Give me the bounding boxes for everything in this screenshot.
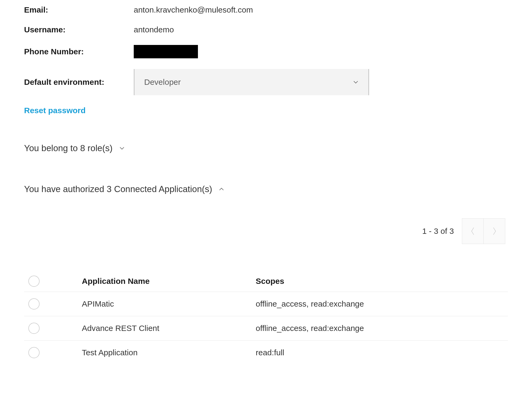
email-row: Email: anton.kravchenko@mulesoft.com [24,5,508,14]
phone-redacted [134,45,198,58]
username-row: Username: antondemo [24,25,508,34]
apps-toggle[interactable]: You have authorized 3 Connected Applicat… [24,184,508,194]
chevron-up-icon [219,186,224,192]
email-label: Email: [24,5,134,14]
row-radio-cell [24,298,82,310]
roles-toggle-text: You belong to 8 role(s) [24,143,113,153]
reset-password-link[interactable]: Reset password [24,106,86,115]
chevron-right-icon [492,226,497,236]
select-all-cell [24,276,82,287]
pagination-buttons [462,218,505,244]
app-name-cell: APIMatic [82,299,256,308]
pagination-prev-button[interactable] [462,219,484,244]
phone-label: Phone Number: [24,47,134,56]
row-radio[interactable] [28,347,40,358]
pagination: 1 - 3 of 3 [24,218,508,244]
row-radio[interactable] [28,323,40,334]
apps-table: Application Name Scopes APIMatic offline… [24,271,508,365]
roles-toggle[interactable]: You belong to 8 role(s) [24,143,508,153]
apps-toggle-text: You have authorized 3 Connected Applicat… [24,184,212,194]
scopes-cell: offline_access, read:exchange [256,299,508,308]
scopes-cell: read:full [256,348,508,357]
row-radio-cell [24,323,82,334]
app-name-cell: Advance REST Client [82,324,256,333]
email-value: anton.kravchenko@mulesoft.com [134,5,253,14]
header-scopes: Scopes [256,277,508,286]
default-env-label: Default environment: [24,78,134,87]
row-radio[interactable] [28,298,40,310]
table-header-row: Application Name Scopes [24,271,508,292]
chevron-down-icon [353,79,359,85]
pagination-next-button[interactable] [484,219,505,244]
phone-row: Phone Number: [24,45,508,58]
row-radio-cell [24,347,82,358]
table-row: Advance REST Client offline_access, read… [24,316,508,341]
username-value: antondemo [134,25,174,34]
pagination-text: 1 - 3 of 3 [422,227,454,236]
username-label: Username: [24,25,134,34]
default-env-value: Developer [144,78,181,87]
table-row: APIMatic offline_access, read:exchange [24,292,508,316]
default-env-row: Default environment: Developer [24,69,508,95]
chevron-left-icon [470,226,476,236]
scopes-cell: offline_access, read:exchange [256,324,508,333]
chevron-down-icon [119,145,125,151]
default-env-select[interactable]: Developer [134,69,369,95]
header-app-name: Application Name [82,277,256,286]
app-name-cell: Test Application [82,348,256,357]
table-row: Test Application read:full [24,341,508,365]
select-all-radio[interactable] [28,276,40,287]
